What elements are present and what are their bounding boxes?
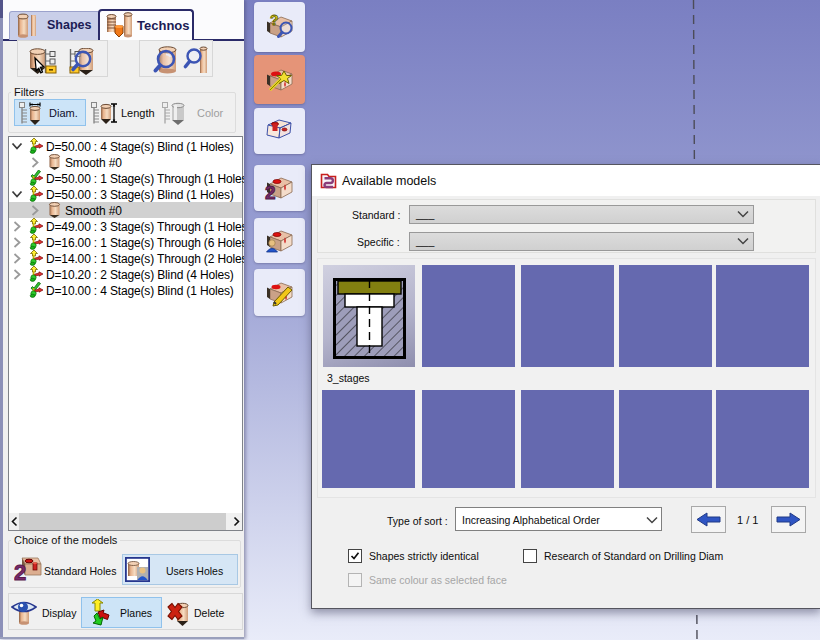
svg-text:2: 2 bbox=[14, 560, 26, 582]
svg-text:2: 2 bbox=[265, 182, 276, 203]
svg-text:?: ? bbox=[270, 12, 279, 28]
